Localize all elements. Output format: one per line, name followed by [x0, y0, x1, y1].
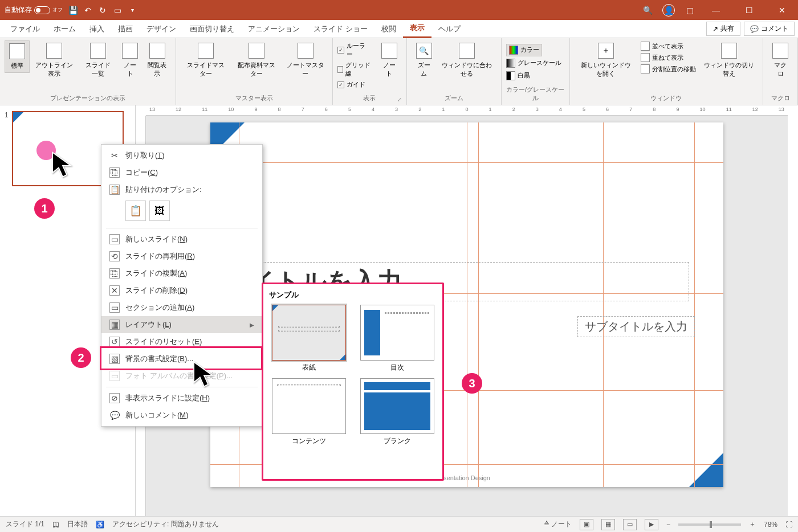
reading-view-icon[interactable]: ▭ — [623, 519, 637, 530]
notes-master-button[interactable]: ノートマスター — [283, 40, 327, 80]
clipboard-icon: 📋 — [129, 204, 142, 217]
notes-button[interactable]: ノート — [377, 40, 402, 80]
handout-master-button[interactable]: 配布資料マスター — [231, 40, 282, 80]
arrange-all-button[interactable]: 並べて表示 — [641, 40, 696, 52]
slide-master-button[interactable]: スライドマスター — [181, 40, 231, 80]
callout-badge-1: 1 — [34, 198, 55, 219]
zoom-level[interactable]: 78% — [764, 521, 777, 529]
switch-windows-icon — [721, 43, 737, 59]
accessibility-icon: ♿ — [96, 521, 104, 529]
thumbnail-number: 1 — [5, 111, 9, 186]
move-split-button[interactable]: 分割位置の移動 — [641, 63, 696, 75]
close-button[interactable]: ✕ — [771, 2, 793, 19]
zoom-out-button[interactable]: − — [666, 521, 670, 529]
search-icon[interactable]: 🔍 — [643, 6, 652, 15]
sorter-view-icon[interactable]: ▦ — [601, 519, 615, 530]
group-zoom: 🔍ズーム ウィンドウに合わせる ズーム — [407, 38, 502, 105]
minimize-button[interactable]: — — [705, 2, 727, 19]
spell-check-icon[interactable]: 🕮 — [52, 521, 59, 529]
tab-home[interactable]: ホーム — [47, 21, 83, 38]
ctx-delete-slide[interactable]: ✕スライドの削除(D) — [101, 282, 262, 299]
layout-option-label: 表紙 — [269, 363, 348, 373]
tab-design[interactable]: デザイン — [140, 21, 183, 38]
autosave-toggle[interactable]: 自動保存 オフ — [5, 5, 63, 15]
toggle-off-icon — [34, 6, 50, 14]
normal-view-button[interactable]: 標準 — [5, 40, 30, 73]
bw-button[interactable]: 白黒 — [506, 70, 530, 81]
new-window-icon: ＋ — [598, 43, 614, 59]
reading-view-button[interactable]: 閲覧表示 — [144, 40, 170, 80]
ribbon-display-icon[interactable]: ▢ — [685, 6, 694, 15]
paste-icon: 📋 — [109, 185, 120, 195]
delete-icon: ✕ — [109, 285, 120, 296]
tab-animations[interactable]: アニメーション — [241, 21, 307, 38]
zoom-in-button[interactable]: ＋ — [749, 519, 756, 529]
ctx-add-section[interactable]: ▭セクションの追加(A) — [101, 299, 262, 316]
macros-button[interactable]: マクロ — [768, 40, 793, 80]
new-window-button[interactable]: ＋新しいウィンドウを開く — [575, 40, 637, 80]
flyout-title: サンプル — [269, 290, 437, 300]
tab-slideshow[interactable]: スライド ショー — [307, 21, 374, 38]
group-presentation-views: 標準 アウトライン表示 スライド一覧 ノート 閲覧表示 プレゼンテーションの表示 — [0, 38, 176, 105]
subtitle-placeholder[interactable]: サブタイトルを入力 — [577, 316, 695, 337]
tab-review[interactable]: 校閲 — [374, 21, 403, 38]
slideshow-view-icon[interactable]: ▶ — [645, 519, 658, 530]
ctx-reset-slide[interactable]: ↺スライドのリセット(E) — [101, 333, 262, 350]
layout-option-toc[interactable]: 目次 — [357, 305, 437, 373]
ctx-cut[interactable]: ✂切り取り(T) — [101, 147, 262, 164]
ctx-hide-slide[interactable]: ⊘非表示スライドに設定(H) — [101, 390, 262, 407]
zoom-slider[interactable] — [678, 523, 741, 526]
slide-sorter-button[interactable]: スライド一覧 — [79, 40, 116, 80]
grayscale-button[interactable]: グレースケール — [506, 58, 561, 69]
ctx-duplicate-slide[interactable]: ⿻スライドの複製(A) — [101, 265, 262, 282]
fit-to-window-icon[interactable]: ⛶ — [785, 521, 792, 529]
layout-option-blank[interactable]: ブランク — [357, 378, 437, 446]
ruler-checkbox[interactable]: ✓ルーラー — [337, 40, 371, 60]
tab-transitions[interactable]: 画面切り替え — [183, 21, 241, 38]
save-icon[interactable]: 💾 — [68, 6, 78, 15]
start-from-beginning-icon[interactable]: ▭ — [113, 6, 122, 15]
fit-window-button[interactable]: ウィンドウに合わせる — [438, 40, 496, 80]
outline-view-button[interactable]: アウトライン表示 — [31, 40, 78, 80]
comments-button[interactable]: 💬コメント — [744, 22, 795, 36]
tab-draw[interactable]: 描画 — [111, 21, 140, 38]
tab-insert[interactable]: 挿入 — [83, 21, 111, 38]
ctx-new-slide[interactable]: ▭新しいスライド(N) — [101, 231, 262, 248]
redo-icon[interactable]: ↻ — [98, 6, 107, 15]
ctx-new-comment[interactable]: 💬新しいコメント(M) — [101, 407, 262, 424]
share-icon: ↗ — [712, 25, 718, 33]
layout-option-contents[interactable]: コンテンツ — [269, 378, 348, 446]
ctx-layout[interactable]: ▦レイアウト(L)▶ — [101, 316, 262, 333]
zoom-button[interactable]: 🔍ズーム — [412, 40, 437, 80]
share-button[interactable]: ↗共有 — [706, 22, 740, 36]
layout-option-cover[interactable]: 表紙 — [269, 305, 348, 373]
guides-checkbox[interactable]: ✓ガイド — [337, 79, 371, 90]
fit-window-label: ウィンドウに合わせる — [441, 61, 493, 78]
guides-label: ガイド — [347, 80, 365, 89]
ribbon: 標準 アウトライン表示 スライド一覧 ノート 閲覧表示 プレゼンテーションの表示… — [0, 38, 798, 105]
checkbox-checked-icon: ✓ — [337, 81, 344, 88]
dialog-launcher-icon[interactable]: ⤢ — [397, 97, 402, 103]
undo-icon[interactable]: ↶ — [83, 6, 92, 15]
paste-option-picture[interactable]: 🖼 — [149, 200, 170, 221]
switch-windows-button[interactable]: ウィンドウの切り替え — [701, 40, 758, 80]
status-accessibility[interactable]: アクセシビリティ: 問題ありません — [112, 519, 219, 529]
color-button[interactable]: カラー — [506, 44, 542, 56]
qat-customize-icon[interactable]: ▾ — [128, 6, 137, 15]
cascade-button[interactable]: 重ねて表示 — [641, 52, 696, 63]
notes-page-icon — [122, 43, 138, 59]
ctx-copy[interactable]: ⿻コピー(C) — [101, 164, 262, 181]
status-language[interactable]: 日本語 — [67, 519, 88, 529]
normal-view-icon[interactable]: ▣ — [580, 519, 593, 530]
tab-view[interactable]: 表示 — [403, 19, 431, 38]
tab-help[interactable]: ヘルプ — [431, 21, 467, 38]
account-icon[interactable]: 👤 — [662, 4, 675, 17]
ctx-format-background[interactable]: ▧背景の書式設定(B)... — [101, 350, 262, 367]
notes-page-button[interactable]: ノート — [117, 40, 142, 80]
notes-toggle-button[interactable]: ≙ ノート — [544, 519, 572, 529]
tab-file[interactable]: ファイル — [3, 21, 47, 38]
paste-option-dest-theme[interactable]: 📋 — [125, 200, 146, 221]
maximize-button[interactable]: ☐ — [738, 2, 760, 19]
ctx-reuse-slides[interactable]: ⟲スライドの再利用(R) — [101, 248, 262, 265]
gridlines-checkbox[interactable]: グリッド線 — [337, 60, 371, 79]
